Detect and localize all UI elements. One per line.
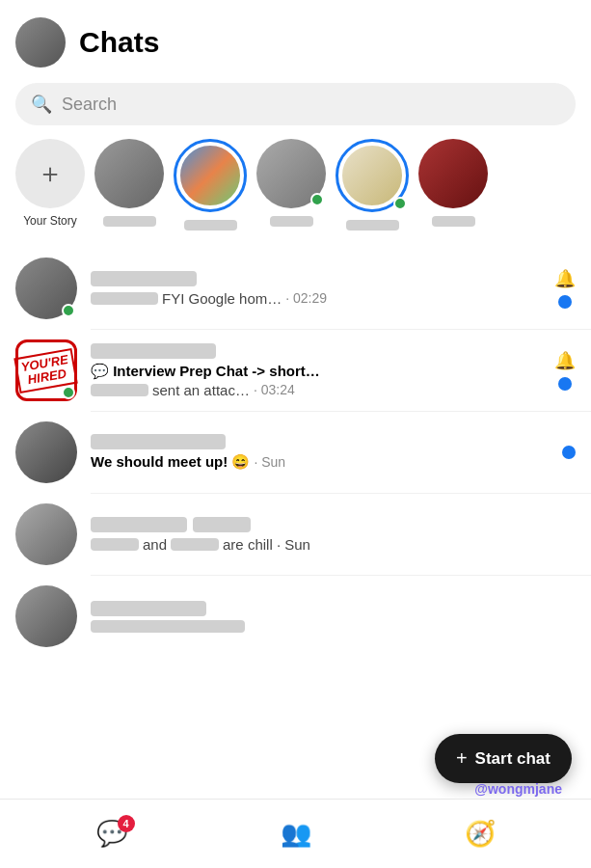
- nav-people[interactable]: 👥: [267, 813, 325, 855]
- chat-msg-blur: [91, 292, 158, 305]
- header: Chats: [0, 0, 591, 77]
- chat-avatar-wrap-5: [15, 585, 77, 647]
- chat-item[interactable]: FYI Google hom… · 02:29 🔔: [0, 248, 591, 329]
- chat-item[interactable]: YOU'REHIRED 💬 Interview Prep Chat -> sho…: [0, 330, 591, 411]
- username-tag: @wongmjane: [474, 781, 562, 797]
- stories-row: ＋ Your Story: [0, 139, 591, 248]
- add-story-button[interactable]: ＋: [15, 139, 85, 208]
- chat-msg-blur: [91, 538, 139, 551]
- chat-name-blur: [91, 434, 226, 449]
- chat-name-blur: [91, 271, 197, 286]
- compass-icon: 🧭: [465, 819, 496, 849]
- chat-name-blur: [91, 343, 216, 359]
- story-label-5: [346, 220, 399, 231]
- chat-meta-3: [562, 446, 576, 459]
- unread-badge: [558, 377, 572, 391]
- search-placeholder: Search: [62, 95, 117, 115]
- chat-item[interactable]: and are chill · Sun: [0, 494, 591, 575]
- chat-avatar-wrap-1: [15, 258, 77, 319]
- your-story-label: Your Story: [23, 214, 77, 228]
- chat-message-bold-2: 💬 Interview Prep Chat -> short…: [91, 363, 320, 379]
- online-indicator: [393, 197, 407, 210]
- chat-avatar-4: [15, 503, 77, 565]
- story-label-3: [184, 220, 237, 231]
- chat-avatar-3: [15, 421, 77, 483]
- story-item-your-story[interactable]: ＋ Your Story: [15, 139, 85, 231]
- chat-avatar-wrap-3: [15, 421, 77, 483]
- chat-message-2: sent an attac…: [152, 382, 250, 398]
- search-icon: 🔍: [31, 94, 52, 115]
- story-item-2[interactable]: [94, 139, 164, 231]
- online-indicator: [62, 386, 75, 399]
- story-item-4[interactable]: [256, 139, 326, 231]
- chat-msg-blur: [91, 384, 148, 396]
- nav-badge: 4: [118, 815, 135, 832]
- chat-content-5: [91, 601, 576, 633]
- chat-message-4-and: and: [143, 536, 167, 553]
- story-label-2: [103, 216, 156, 227]
- chat-content-3: We should meet up! 😄 · Sun: [91, 434, 549, 471]
- chat-message-4-suffix: are chill · Sun: [223, 536, 310, 553]
- mute-icon: 🔔: [554, 350, 576, 371]
- chat-avatar-wrap-2: YOU'REHIRED: [15, 339, 77, 401]
- nav-discover[interactable]: 🧭: [451, 813, 509, 855]
- chat-time-3: · Sun: [254, 454, 285, 470]
- chat-meta-1: 🔔: [554, 268, 576, 309]
- story-item-6[interactable]: [418, 139, 488, 231]
- chat-content-2: 💬 Interview Prep Chat -> short… sent an …: [91, 343, 541, 398]
- start-chat-label: Start chat: [475, 749, 551, 769]
- search-bar[interactable]: 🔍 Search: [15, 83, 576, 125]
- avatar[interactable]: [15, 17, 66, 68]
- plus-icon: +: [456, 747, 468, 770]
- unread-badge: [562, 446, 576, 459]
- chat-message-3: We should meet up! 😄: [91, 453, 250, 471]
- chat-name-blur: [91, 601, 206, 616]
- chat-time-2: · 03:24: [254, 382, 295, 397]
- chat-time-1: · 02:29: [285, 290, 327, 306]
- chat-msg-blur: [171, 538, 219, 551]
- chat-meta-2: 🔔: [554, 350, 576, 391]
- mute-icon: 🔔: [554, 268, 576, 289]
- start-chat-button[interactable]: + Start chat: [435, 734, 572, 783]
- online-indicator: [310, 193, 324, 206]
- bottom-nav: 💬 4 👥 🧭: [0, 799, 591, 868]
- story-label-6: [432, 216, 475, 227]
- chat-message-1: FYI Google hom…: [162, 290, 282, 307]
- chat-item[interactable]: We should meet up! 😄 · Sun: [0, 412, 591, 493]
- story-label-4: [270, 216, 313, 227]
- unread-badge: [558, 295, 572, 309]
- chat-name-blur: [91, 517, 187, 532]
- page-title: Chats: [79, 26, 159, 59]
- online-indicator: [62, 304, 75, 317]
- people-icon: 👥: [281, 819, 311, 849]
- chat-name-blur: [193, 517, 251, 532]
- chat-avatar-wrap-4: [15, 503, 77, 565]
- chat-item[interactable]: [0, 576, 591, 657]
- chat-content-1: FYI Google hom… · 02:29: [91, 271, 541, 307]
- chat-avatar-5: [15, 585, 77, 647]
- chat-content-4: and are chill · Sun: [91, 517, 576, 553]
- story-item-3[interactable]: [174, 139, 247, 231]
- nav-chats[interactable]: 💬 4: [83, 813, 141, 855]
- chat-list: FYI Google hom… · 02:29 🔔 YOU'REHIRED 💬 …: [0, 248, 591, 657]
- chat-msg-blur: [91, 620, 245, 633]
- story-item-5[interactable]: [336, 139, 409, 231]
